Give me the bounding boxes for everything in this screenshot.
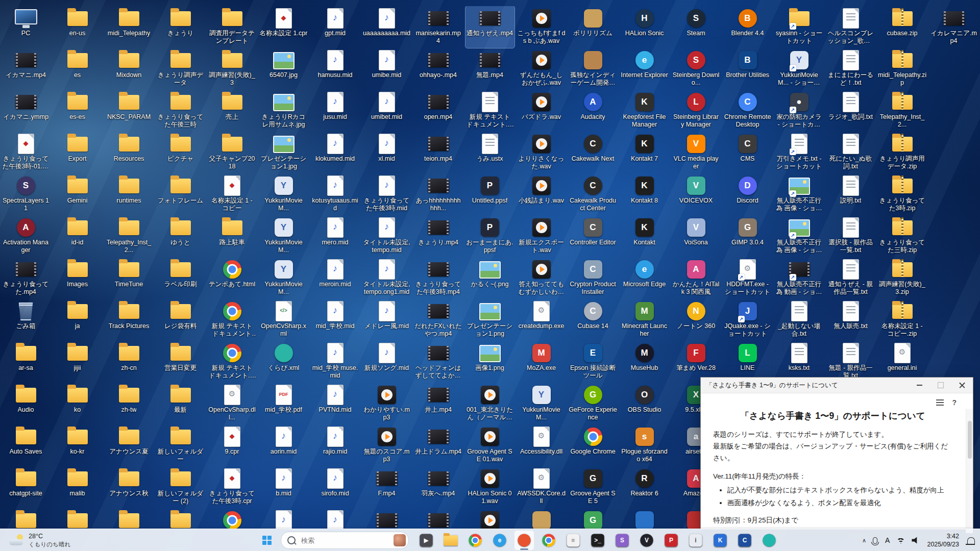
desktop-icon[interactable]: CCakewalk Product Center (569, 173, 618, 215)
desktop-icon[interactable]: ♪aorin.mid (259, 424, 308, 466)
desktop-icon[interactable]: 新規エクスポート.wav (517, 215, 566, 257)
desktop-icon[interactable]: id-id (53, 215, 102, 257)
desktop-icon[interactable]: プレゼンテーション1.png (465, 299, 514, 341)
taskbar-app-light-app[interactable]: i (685, 530, 706, 550)
desktop-icon[interactable]: ◆9.cpr (208, 424, 257, 466)
desktop-icon[interactable]: Google Chrome (569, 424, 618, 466)
desktop-icon[interactable]: PDFmid_学校.pdf (259, 383, 308, 424)
desktop-icon[interactable]: ⚙AWSSDK.Core.dll (517, 466, 566, 508)
taskbar-search[interactable] (281, 532, 409, 549)
desktop-icon[interactable]: 通知うぜえ.mp4 (465, 6, 514, 48)
desktop-icon[interactable]: ごみ箱 (2, 299, 51, 341)
desktop-icon[interactable]: PC (2, 6, 51, 48)
dialog-scrollbar[interactable] (966, 409, 973, 533)
taskbar-app-chrome[interactable] (465, 530, 485, 550)
desktop-icon[interactable]: 無題 - 親作品一覧.txt (826, 341, 875, 383)
desktop-icon[interactable]: Resources (105, 132, 154, 173)
desktop-icon[interactable]: かるく~(.png (465, 257, 514, 299)
desktop-icon[interactable]: ⚙OpenCvSharp.dll... (208, 383, 257, 424)
taskbar-app-music-app[interactable] (514, 530, 534, 550)
desktop-icon[interactable]: ♪meroin.mid (311, 257, 360, 299)
desktop-icon[interactable]: テンポあて.html (208, 257, 257, 299)
desktop-icon[interactable]: あっhhhhhhhhhhhh... (414, 173, 463, 215)
desktop-icon[interactable]: en-us (53, 6, 102, 48)
desktop-icon[interactable]: LLINE (723, 341, 772, 383)
desktop-icon[interactable]: きょうり調声データ (156, 48, 205, 90)
desktop-icon[interactable]: 名称未設定 1 - コピー.zip (878, 299, 927, 341)
desktop-icon[interactable]: Gemini (53, 173, 102, 215)
desktop-icon[interactable]: ♪ (311, 508, 360, 529)
desktop-icon[interactable]: AAudacity (569, 90, 618, 132)
desktop-icon[interactable]: イカレマニア.mp4 (929, 6, 978, 48)
taskbar-weather-widget[interactable]: 28°C くもりのち晴れ (4, 529, 76, 551)
desktop-icon[interactable]: Mixdown (105, 48, 154, 90)
desktop-icon[interactable]: ♪hamusu.mid (311, 48, 360, 90)
desktop-icon[interactable]: 井上.mp4 (414, 383, 463, 424)
desktop-icon[interactable]: まにまにわーるど！.txt (826, 48, 875, 90)
taskbar-app-steinberg-app[interactable]: S (612, 530, 632, 550)
desktop-icon[interactable]: ↗万引きメモ.txt - ショートカット (775, 132, 824, 173)
taskbar-app-voicevox[interactable]: V (636, 530, 657, 550)
desktop-icon[interactable]: 答え知っててもむずかしいわこれ.wav (517, 257, 566, 299)
desktop-icon[interactable]: 通知うぜえ - 親作品一覧.txt (826, 257, 875, 299)
desktop-icon[interactable]: RReaktor 6 (620, 466, 669, 508)
dialog-titlebar[interactable]: 「さよなら手書き 1〜9」のサポートについて (701, 378, 973, 393)
taskbar-app-media-app[interactable]: ▶ (416, 530, 436, 550)
desktop-icon[interactable]: es (53, 48, 102, 90)
desktop-icon[interactable]: eInternet Explorer (620, 48, 669, 90)
desktop-icon[interactable]: ずんだもん_しおかぜふ.wav (517, 48, 566, 90)
desktop-icon[interactable]: 新規 テキスト ドキュメント.musicxml (465, 90, 514, 132)
start-button[interactable] (256, 530, 278, 550)
desktop-icon[interactable]: きょうり食ってた3時.zip (878, 173, 927, 215)
desktop-icon[interactable]: CCrypton Product Installer (569, 257, 618, 299)
desktop-icon[interactable]: Groove Agent SE 01.wav (465, 424, 514, 466)
desktop-icon[interactable]: ar-sa (2, 341, 51, 383)
desktop-icon[interactable]: chatgpt-site (2, 466, 51, 508)
desktop-icon[interactable]: 新しいフォルダー (2) (156, 466, 205, 508)
desktop-icon[interactable]: AActivation Manager (2, 215, 51, 257)
desktop-icon[interactable]: ↗syasinn - ショートカット (775, 6, 824, 48)
taskbar-app-code-app[interactable]: K (710, 530, 730, 550)
desktop-icon[interactable] (53, 508, 102, 529)
help-icon[interactable]: ? (952, 398, 957, 407)
desktop-icon[interactable]: YYukkuriMovieM... (259, 173, 308, 215)
desktop-icon[interactable] (517, 508, 566, 529)
desktop-icon[interactable]: よりりさくなった.wav (517, 132, 566, 173)
desktop-icon[interactable]: ja (53, 299, 102, 341)
desktop-icon[interactable]: ラベル印刷 (156, 257, 205, 299)
desktop-icon[interactable]: 無人販売.txt (826, 299, 875, 341)
desktop-icon[interactable]: ↗無人販売不正行為 動画 - ショートカット (775, 257, 824, 299)
desktop-icon[interactable]: アナウンス夏 (105, 424, 154, 466)
desktop-icon[interactable]: ♪mid_学校.mid (311, 299, 360, 341)
desktop-icon[interactable] (465, 508, 514, 529)
desktop-icon[interactable]: きょうり食ってた.mp4 (2, 257, 51, 299)
desktop-icon[interactable]: 新規 テキスト ドキュメント.html (208, 341, 257, 383)
desktop-icon[interactable]: NKSC_PARAM (105, 90, 154, 132)
desktop-icon[interactable]: VVLC media player (672, 132, 721, 173)
desktop-icon[interactable] (414, 508, 463, 529)
desktop-icon[interactable]: ♪新規ソング.mid (362, 341, 411, 383)
desktop-icon[interactable]: GGIMP 3.0.4 (723, 215, 772, 257)
desktop-icon[interactable]: ♪メドレー風.mid (362, 299, 411, 341)
desktop-icon[interactable]: runtimes (105, 173, 154, 215)
desktop-icon[interactable]: midi_Telepathy.zip (878, 48, 927, 90)
desktop-icon[interactable]: 無題.mp4 (465, 48, 514, 90)
desktop-icon[interactable]: ko-kr (53, 424, 102, 466)
taskbar-app-notepad[interactable]: ≡ (563, 530, 583, 550)
microphone-icon[interactable] (873, 537, 877, 544)
desktop-icon[interactable]: HALion Sonic 01.wav (465, 466, 514, 508)
desktop-icon[interactable]: MMuseHub (620, 341, 669, 383)
desktop-icon[interactable]: DDiscord (723, 173, 772, 215)
taskbar-app-teal-app[interactable] (759, 530, 779, 550)
desktop-icon[interactable]: KKontakt 7 (620, 132, 669, 173)
dialog-scrollbar-thumb[interactable] (968, 421, 972, 459)
desktop-icon[interactable]: 画像1.png (465, 341, 514, 383)
desktop-icon[interactable]: SSpectraLayers 11 (2, 173, 51, 215)
desktop-icon[interactable]: うみ.ustx (465, 132, 514, 173)
desktop-icon[interactable]: 孤独なインディーゲーム開発者の一生... (569, 48, 618, 90)
desktop-icon[interactable] (156, 508, 205, 529)
desktop-icon[interactable]: sPlogue sforzando x64 (620, 424, 669, 466)
desktop-icon[interactable]: きょうり食ってた午後3時.mp4 (414, 257, 463, 299)
desktop-icon[interactable]: EEpson 接続診断ツール (569, 341, 618, 383)
desktop-icon[interactable]: ↗無人販売不正行為 画像 - ショートカット (775, 215, 824, 257)
